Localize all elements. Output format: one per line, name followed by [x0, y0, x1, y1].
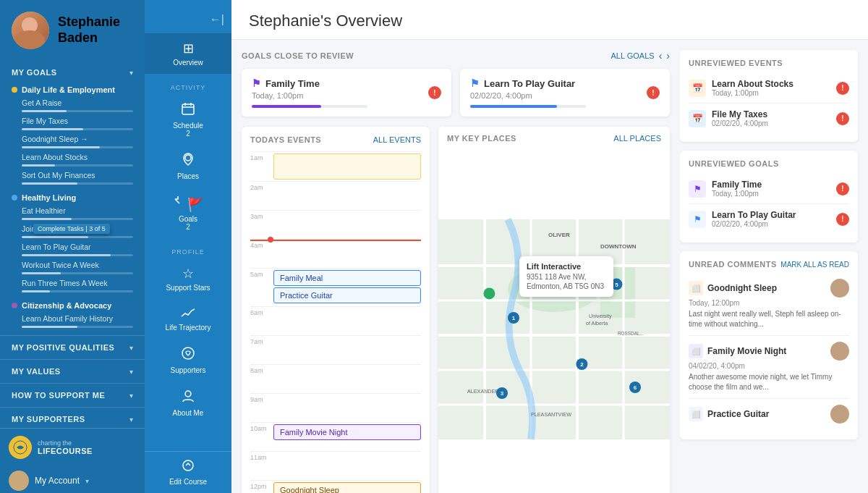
svg-point-6: [182, 347, 194, 359]
comment-movie-night[interactable]: ⬜ Family Movie Night 04/02/20, 4:00pm An…: [689, 336, 849, 399]
positive-qualities-header[interactable]: MY POSITIVE QUALITIES ▾: [0, 336, 145, 356]
goal-category-name-healthy: Healthy Living: [12, 193, 133, 202]
svg-rect-9: [438, 219, 670, 439]
time-slot-12pm: 12pm Goodnight Sleep: [250, 480, 421, 493]
alert-badge: !: [836, 213, 849, 226]
goal-card-family-time[interactable]: ⚑ Family Time Today, 1:00pm !: [242, 69, 451, 117]
svg-text:OLIVER: OLIVER: [548, 232, 570, 238]
event-practice-guitar[interactable]: Practice Guitar: [273, 287, 421, 303]
mark-all-read-button[interactable]: MARK ALL AS READ: [780, 261, 849, 269]
nav-edit-course[interactable]: Edit Course: [145, 452, 231, 493]
map-container: OLIVER DOWNTOWN University of Alberta AL…: [438, 147, 670, 493]
list-item[interactable]: Learn About Family History: [12, 313, 133, 324]
unreviewed-goal-family-time[interactable]: ⚑ Family Time Today, 1:00pm !: [689, 174, 849, 204]
comments-header: UNREAD COMMENTS MARK ALL AS READ: [689, 260, 849, 269]
unreviewed-events-title: UNREVIEWED EVENTS: [689, 59, 849, 67]
all-events-link[interactable]: ALL EVENTS: [373, 135, 421, 144]
map-header: MY KEY PLACES ALL PLACES: [438, 127, 670, 147]
dot-purple-icon: [12, 303, 17, 308]
svg-text:6: 6: [634, 384, 637, 391]
main-content: Stephanie's Overview GOALS CLOSE TO REVI…: [231, 0, 868, 493]
sidebar-collapse-button[interactable]: ←|: [145, 0, 231, 33]
comment-goodnight-sleep[interactable]: ⬜ Goodnight Sleep Today, 12:00pm Last ni…: [689, 273, 849, 336]
svg-point-8: [183, 460, 193, 471]
comment-practice-guitar[interactable]: ⬜ Practice Guitar: [689, 399, 849, 431]
events-header: TODAYS EVENTS ALL EVENTS: [250, 135, 421, 144]
edit-course-icon: [182, 459, 195, 476]
my-account-link[interactable]: My Account: [35, 476, 80, 486]
goal-card-info: ⚑ Family Time Today, 1:00pm: [252, 77, 367, 108]
goal-card-guitar[interactable]: ⚑ Learn To Play Guitar 02/02/20, 4:00pm …: [460, 69, 670, 117]
goal-progress-bar: [22, 218, 133, 220]
map-svg: OLIVER DOWNTOWN University of Alberta AL…: [438, 147, 670, 493]
svg-text:3: 3: [501, 390, 504, 397]
time-slot-4am: 4am: [250, 239, 421, 268]
goals-icon: 🚩: [173, 195, 203, 213]
event-family-movie-night[interactable]: Family Movie Night: [273, 424, 421, 440]
event-family-meal[interactable]: Family Meal: [273, 270, 421, 286]
event-icon-orange: 📅: [689, 80, 706, 97]
nav-supporters[interactable]: Supporters: [145, 339, 231, 382]
list-item[interactable]: Learn To Play Guitar: [12, 241, 133, 253]
goal-progress-bar: [22, 146, 133, 148]
flag-purple-icon: ⚑: [252, 77, 261, 89]
event-icon-blue: 📅: [689, 110, 706, 127]
chevron-down-icon: ▾: [85, 477, 89, 485]
all-goals-link[interactable]: ALL GOALS ‹ ›: [611, 50, 670, 62]
list-item[interactable]: Run Three Times A Week: [12, 277, 133, 289]
goal-category-name-citizenship: Citizenship & Advocacy: [12, 301, 133, 310]
goal-progress-bar: [22, 236, 133, 238]
list-item[interactable]: Learn About Stocks: [12, 151, 133, 163]
goals-section: MY GOALS ▾ Daily Life & Employment Get A…: [0, 61, 145, 332]
nav-overview[interactable]: ⊞ Overview: [145, 33, 231, 74]
list-item[interactable]: Sort Out My Finances: [12, 169, 133, 181]
list-item[interactable]: Get A Raise: [12, 97, 133, 109]
goals-review-header: GOALS CLOSE TO REVIEW ALL GOALS ‹ ›: [242, 50, 670, 62]
values-header[interactable]: MY VALUES ▾: [0, 360, 145, 380]
sidebar-how-to-support: HOW TO SUPPORT ME ▾: [0, 383, 145, 404]
list-item[interactable]: Goodnight Sleep →: [12, 133, 133, 145]
tooltip-badge: Complete Tasks | 3 of 5: [33, 224, 110, 234]
time-slot-5am: 5am Family Meal Practice Guitar: [250, 268, 421, 306]
timeline: 1am 2am: [250, 151, 421, 493]
goals-section-header[interactable]: MY GOALS ▾: [0, 61, 145, 81]
nav-life-trajectory[interactable]: Life Trajectory: [145, 299, 231, 339]
how-to-support-header[interactable]: HOW TO SUPPORT ME ▾: [0, 384, 145, 404]
goal-category-healthy: Healthy Living Eat Healthier Join Soccer…: [0, 189, 145, 297]
chevron-icon: ▾: [129, 344, 133, 352]
time-slot-3am: 3am: [250, 210, 421, 239]
nav-about-me[interactable]: About Me: [145, 382, 231, 424]
nav-schedule[interactable]: Schedule 2: [145, 94, 231, 145]
goal-progress-bar: [22, 290, 133, 292]
goal-progress-bar: [22, 272, 133, 274]
list-item[interactable]: Eat Healthier: [12, 205, 133, 216]
nav-support-stars[interactable]: ☆ Support Stars: [145, 258, 231, 299]
list-item[interactable]: File My Taxes: [12, 115, 133, 127]
map-title: MY KEY PLACES: [447, 134, 516, 143]
account-avatar: [9, 471, 29, 491]
sidebar-nav: ←| ⊞ Overview ACTIVITY Schedule 2 Places…: [145, 0, 231, 493]
chevron-icon: ▾: [129, 392, 133, 400]
sidebar-footer: charting the LIFECOURSE: [0, 428, 145, 466]
supporters-header[interactable]: MY SUPPORTERS ▾: [0, 408, 145, 428]
nav-places[interactable]: Places: [145, 145, 231, 187]
unreviewed-event-stocks[interactable]: 📅 Learn About Stocks Today, 1:00pm !: [689, 73, 849, 104]
unreviewed-event-taxes[interactable]: 📅 File My Taxes 02/02/20, 4:00pm !: [689, 104, 849, 133]
goal-progress-bar: [22, 128, 133, 130]
unreviewed-goal-guitar[interactable]: ⚑ Learn To Play Guitar 02/02/20, 4:00pm …: [689, 204, 849, 234]
list-item[interactable]: Join Soccer Te... Complete Tasks | 3 of …: [12, 223, 133, 235]
svg-text:University: University: [589, 313, 612, 319]
event-goodnight-sleep[interactable]: Goodnight Sleep: [273, 482, 421, 493]
map-popup: Lift Interactive 9351 118 Ave NW, Edmont…: [519, 256, 613, 297]
svg-text:DOWNTOWN: DOWNTOWN: [600, 243, 637, 250]
overview-icon: ⊞: [183, 41, 194, 56]
goal-category-name-daily: Daily Life & Employment: [12, 85, 133, 94]
all-places-link[interactable]: ALL PLACES: [613, 134, 661, 143]
dot-blue-icon: [12, 195, 17, 201]
list-item[interactable]: Workout Twice A Week: [12, 259, 133, 271]
goal-progress-bar: [22, 164, 133, 167]
nav-goals[interactable]: 🚩 Goals 2: [145, 187, 231, 238]
svg-text:1: 1: [512, 315, 516, 321]
goal-progress-bar: [252, 105, 367, 108]
chevron-left-icon: ‹: [659, 50, 663, 62]
